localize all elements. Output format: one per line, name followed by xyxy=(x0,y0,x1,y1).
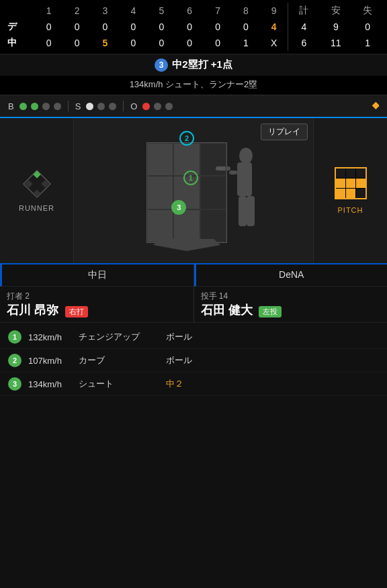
pitch-panel: PITCH xyxy=(313,118,387,263)
count-divider-2 xyxy=(123,101,124,111)
chu-inn-2: 0 xyxy=(63,35,91,51)
batter-name-row: 石川 昂弥 右打 xyxy=(7,302,187,318)
pitch-marker-1: 1 xyxy=(183,170,198,185)
replay-button[interactable]: リプレイ xyxy=(261,124,308,140)
inning-8: 8 xyxy=(232,3,260,19)
strike-dot-2 xyxy=(97,103,105,110)
runner-panel: RUNNER xyxy=(0,118,74,263)
team-name-chunichi: 中 xyxy=(4,35,35,51)
batter-name: 石川 昂弥 xyxy=(7,303,58,317)
pg-1 xyxy=(336,168,345,178)
pitcher-number: 14 xyxy=(219,291,228,301)
team-row-dena: デ 0 0 0 0 0 0 0 0 4 4 9 0 xyxy=(4,19,383,35)
zone-cell-6 xyxy=(200,176,226,209)
runner-diamond xyxy=(22,169,52,199)
zone-cell-9 xyxy=(200,209,226,242)
pitch-row-1: 1 132km/h チェンジアップ ボール xyxy=(0,326,387,349)
pitcher-name-row: 石田 健大 左投 xyxy=(201,302,381,318)
out-dot-1 xyxy=(142,103,150,110)
dena-inn-6: 0 xyxy=(175,19,204,35)
team-col-chunichi: 中日 xyxy=(0,264,194,287)
pg-5 xyxy=(346,179,355,188)
out-dot-3 xyxy=(165,103,173,110)
pg-3 xyxy=(356,168,366,178)
pitch-result-2: ボール xyxy=(166,354,192,366)
chu-inn-4: 0 xyxy=(119,35,147,51)
strike-zone-container: リプレイ xyxy=(74,118,313,263)
play-title-text: 中2塁打 +1点 xyxy=(172,58,232,70)
pg-6 xyxy=(356,179,366,188)
pitch-label: PITCH xyxy=(338,206,363,214)
pg-2 xyxy=(346,168,355,178)
pitch-type-2: カーブ xyxy=(79,354,166,366)
pitcher-role: 投手 xyxy=(201,291,217,301)
strike-dot-1 xyxy=(86,103,93,110)
pitch-speed-1: 132km/h xyxy=(28,332,79,342)
play-info: 3中2塁打 +1点 134km/h シュート、ランナー2塁 xyxy=(0,54,387,95)
pitch-speed-3: 134km/h xyxy=(28,379,79,389)
batter-col: 打者 2 石川 昂弥 右打 xyxy=(0,287,194,322)
svg-rect-5 xyxy=(33,189,40,197)
svg-point-6 xyxy=(239,148,253,164)
inning-9: 9 xyxy=(260,3,288,19)
dena-inn-9: 4 xyxy=(260,19,288,35)
dena-inn-8: 0 xyxy=(232,19,260,35)
count-divider-1 xyxy=(68,101,69,111)
pitch-speed-2: 107km/h xyxy=(28,356,79,366)
inning-7: 7 xyxy=(204,3,232,19)
pitch-result-3: 中２ xyxy=(166,378,183,390)
pitch-grid-icon xyxy=(335,167,367,199)
svg-rect-0 xyxy=(372,102,379,109)
chu-hits: 11 xyxy=(320,35,353,51)
dena-hits: 9 xyxy=(320,19,353,35)
dena-inn-2: 0 xyxy=(63,19,91,35)
players-row: 打者 2 石川 昂弥 右打 投手 14 石田 健大 左投 xyxy=(0,287,387,323)
score-table: 1 2 3 4 5 6 7 8 9 計 安 失 デ 0 0 0 0 0 xyxy=(4,3,383,51)
strike-dot-3 xyxy=(109,103,116,110)
pitch-list: 1 132km/h チェンジアップ ボール 2 107km/h カーブ ボール … xyxy=(0,323,387,399)
inning-6: 6 xyxy=(175,3,204,19)
pitch-num-1: 1 xyxy=(8,330,22,344)
chu-inn-9: X xyxy=(260,35,288,51)
pitch-num-2: 2 xyxy=(8,354,22,367)
pitch-marker-3: 3 xyxy=(171,200,186,215)
team-col-dena: DeNA xyxy=(194,264,388,287)
pitcher-col: 投手 14 石田 健大 左投 xyxy=(194,287,388,322)
pitch-num-3: 3 xyxy=(8,377,22,391)
ball-dot-2 xyxy=(31,103,38,110)
ball-dot-4 xyxy=(54,103,61,110)
dena-inn-7: 0 xyxy=(204,19,232,35)
inning-3: 3 xyxy=(91,3,120,19)
inning-2: 2 xyxy=(63,3,91,19)
count-bar: B S O xyxy=(0,95,387,117)
dena-errors: 0 xyxy=(352,19,383,35)
dena-inn-1: 0 xyxy=(35,19,63,35)
zone-cell-7 xyxy=(147,209,173,242)
dena-inn-3: 0 xyxy=(91,19,120,35)
pitch-result-1: ボール xyxy=(166,331,192,343)
chu-inn-5: 0 xyxy=(147,35,175,51)
dena-inn-5: 0 xyxy=(147,19,175,35)
pitcher-role-num: 投手 14 xyxy=(201,291,381,302)
sum-header-total: 計 xyxy=(288,3,320,19)
ball-label: B xyxy=(8,101,14,111)
pitch-row-2: 2 107km/h カーブ ボール xyxy=(0,349,387,373)
pitcher-hand-badge: 左投 xyxy=(259,306,282,317)
svg-rect-10 xyxy=(239,196,247,226)
zone-cell-1 xyxy=(147,143,173,176)
zone-cell-4 xyxy=(147,176,173,209)
chu-inn-3: 5 xyxy=(91,35,120,51)
chu-inn-1: 0 xyxy=(35,35,63,51)
pitch-type-3: シュート xyxy=(79,378,166,390)
strike-zone-grid: 2 1 3 xyxy=(146,142,227,243)
strike-label: S xyxy=(75,101,81,111)
sum-header-errors: 失 xyxy=(352,3,383,19)
field-area: RUNNER リプレイ xyxy=(0,117,387,263)
home-plate xyxy=(153,239,220,251)
teams-header: 中日 DeNA xyxy=(0,263,387,287)
play-circle-num: 3 xyxy=(155,58,168,72)
svg-rect-2 xyxy=(33,170,40,178)
dena-inn-4: 0 xyxy=(119,19,147,35)
field-visual: 2 1 3 xyxy=(120,124,267,258)
pg-4 xyxy=(336,179,345,188)
